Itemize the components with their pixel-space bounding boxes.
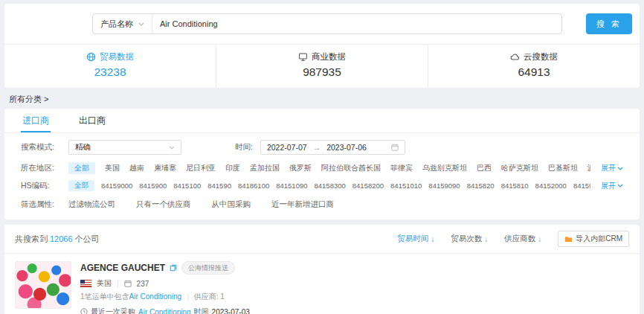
region-chip[interactable]: 乌兹别克斯坦 bbox=[422, 163, 467, 173]
keyword-highlight[interactable]: Air Conditioning bbox=[138, 308, 191, 314]
sort-arrow-icon: ↓ bbox=[538, 235, 541, 243]
supplier-count: 1 bbox=[220, 292, 225, 301]
stat-value: 64913 bbox=[428, 65, 640, 79]
chevron-down-icon bbox=[169, 146, 175, 150]
date-start: 2022-07-07 bbox=[267, 143, 307, 152]
hs-code-chip[interactable]: 84159090 bbox=[428, 182, 460, 190]
import-crm-button[interactable]: 导入内部CRM bbox=[558, 231, 629, 247]
keyword-highlight[interactable]: Air Conditioning bbox=[129, 292, 182, 301]
region-chip[interactable]: 阿拉伯联合酋长国 bbox=[321, 163, 381, 173]
filter-panel: 进口商 出口商 搜索模式: 精确 时间: 2022-07-07 → 2023-0… bbox=[4, 109, 640, 220]
all-categories-link[interactable]: 所有分类 > bbox=[9, 94, 635, 105]
region-filter-row: 所在地区: 全部美国越南柬埔寨尼日利亚印度孟加拉国俄罗斯阿拉伯联合酋长国菲律宾乌… bbox=[4, 159, 640, 177]
attribute-option[interactable]: 过滤物流公司 bbox=[68, 199, 115, 210]
region-expand-link[interactable]: 展开 bbox=[596, 163, 623, 173]
hs-code-chip[interactable]: 全部 bbox=[68, 180, 94, 191]
company-body: AGENCE GAUCHET 公海情报推送 美国 | 237 1笔运单中包含Ai… bbox=[80, 261, 629, 314]
hs-code-chip[interactable]: 84152000 bbox=[535, 182, 567, 190]
chevron-down-icon bbox=[138, 22, 144, 26]
last-purchase-date: 2023-07-03 bbox=[212, 308, 250, 314]
hs-code-chip[interactable]: 841590 bbox=[207, 182, 231, 190]
tab-trade-data[interactable]: 贸易数据 23238 bbox=[4, 45, 216, 88]
records-containing: 1笔运单中包含 bbox=[80, 292, 129, 301]
region-chip[interactable]: 巴基斯坦 bbox=[548, 163, 578, 173]
attribute-options: 过滤物流公司只有一个供应商从中国采购近一年新增进口商 bbox=[68, 199, 334, 210]
region-chip[interactable]: 俄罗斯 bbox=[289, 163, 312, 173]
region-chip[interactable]: 波兰 bbox=[587, 163, 590, 173]
region-chip[interactable]: 孟加拉国 bbox=[250, 163, 280, 173]
company-thumbnail[interactable] bbox=[15, 261, 71, 309]
search-mode-select[interactable]: 精确 bbox=[68, 140, 181, 155]
tab-cloud-search-data[interactable]: 云搜数据 64913 bbox=[428, 45, 640, 88]
hs-code-chip[interactable]: 84158200 bbox=[352, 182, 384, 190]
us-flag-icon bbox=[80, 280, 91, 287]
attribute-option[interactable]: 近一年新增进口商 bbox=[271, 199, 334, 210]
region-chip[interactable]: 全部 bbox=[68, 162, 95, 174]
data-source-tabs: 贸易数据 23238 商业数据 987935 云搜数据 64913 bbox=[4, 44, 640, 88]
folder-icon bbox=[564, 236, 573, 243]
hs-code-chip[interactable]: 8415820 bbox=[467, 182, 495, 190]
company-name[interactable]: AGENCE GAUCHET bbox=[80, 263, 165, 273]
region-label: 所在地区: bbox=[21, 163, 68, 173]
search-mode-value: 精确 bbox=[75, 142, 91, 153]
hs-code-expand-link[interactable]: 展开 bbox=[596, 181, 623, 191]
stat-value: 23238 bbox=[4, 65, 216, 79]
hs-code-chip[interactable]: 8415900009 bbox=[573, 182, 590, 190]
region-chip[interactable]: 越南 bbox=[129, 163, 144, 173]
sort-arrow-icon: ↓ bbox=[484, 235, 488, 243]
importer-exporter-tabs: 进口商 出口商 bbox=[4, 109, 640, 133]
tab-business-data[interactable]: 商业数据 987935 bbox=[216, 45, 428, 88]
sort-trade-time[interactable]: 贸易时间↓ bbox=[397, 234, 434, 244]
stat-label: 贸易数据 bbox=[100, 51, 134, 63]
hs-code-filter-row: HS编码: 全部84159000841590084151008415908418… bbox=[4, 177, 640, 194]
region-options: 全部美国越南柬埔寨尼日利亚印度孟加拉国俄罗斯阿拉伯联合酋长国菲律宾乌兹别克斯坦巴… bbox=[68, 162, 590, 174]
region-chip[interactable]: 柬埔寨 bbox=[154, 163, 176, 173]
region-chip[interactable]: 印度 bbox=[225, 163, 240, 173]
stat-value: 987935 bbox=[216, 65, 428, 79]
hs-code-chip[interactable]: 84158300 bbox=[315, 182, 346, 190]
time-label: 时间: bbox=[235, 142, 253, 153]
hs-code-chip[interactable]: 8415100 bbox=[173, 182, 201, 190]
sort-supplier-count[interactable]: 供应商数↓ bbox=[504, 234, 541, 244]
date-range-picker[interactable]: 2022-07-07 → 2023-07-06 bbox=[260, 140, 405, 155]
attribute-option[interactable]: 只有一个供应商 bbox=[136, 199, 191, 210]
date-separator: → bbox=[313, 143, 321, 152]
supplier-label: 供应商: bbox=[194, 292, 219, 301]
search-category-select[interactable]: 产品名称 bbox=[93, 14, 152, 33]
calendar-icon bbox=[391, 144, 399, 151]
attribute-filter-row: 筛选属性: 过滤物流公司只有一个供应商从中国采购近一年新增进口商 bbox=[4, 194, 640, 216]
copy-icon[interactable] bbox=[170, 264, 177, 272]
tab-exporter[interactable]: 出口商 bbox=[77, 109, 107, 132]
clock-icon bbox=[80, 308, 88, 314]
region-chip[interactable]: 尼日利亚 bbox=[186, 163, 216, 173]
last-purchase-mid: 时间 bbox=[194, 307, 209, 314]
chevron-down-icon bbox=[617, 167, 623, 170]
search-input[interactable] bbox=[152, 19, 561, 28]
region-chip[interactable]: 菲律宾 bbox=[390, 163, 413, 173]
attribute-option[interactable]: 从中国采购 bbox=[212, 199, 251, 210]
tab-importer[interactable]: 进口商 bbox=[21, 109, 51, 132]
hs-code-chip[interactable]: 8415810 bbox=[501, 182, 529, 190]
sort-trade-count[interactable]: 贸易次数↓ bbox=[451, 234, 488, 244]
results-count: 12066 bbox=[50, 234, 73, 243]
company-country: 美国 bbox=[97, 278, 112, 289]
globe-icon bbox=[86, 52, 96, 62]
results-panel: 共搜索到12066个公司 贸易时间↓ 贸易次数↓ 供应商数↓ 导入内部CRM bbox=[4, 225, 640, 314]
lead-badge: 公海情报推送 bbox=[181, 261, 235, 275]
hs-code-chip[interactable]: 84159000 bbox=[101, 182, 132, 190]
region-chip[interactable]: 巴西 bbox=[477, 163, 492, 173]
search-row: 产品名称 搜 索 bbox=[4, 13, 640, 34]
hs-code-chip[interactable]: 84151010 bbox=[390, 182, 422, 190]
search-button[interactable]: 搜 索 bbox=[586, 13, 632, 34]
calendar-icon bbox=[124, 280, 132, 287]
record-count: 237 bbox=[137, 280, 149, 288]
region-chip[interactable]: 哈萨克斯坦 bbox=[501, 163, 538, 173]
hs-code-chip[interactable]: 84186100 bbox=[238, 182, 269, 190]
hs-code-label: HS编码: bbox=[21, 181, 68, 191]
search-panel: 产品名称 搜 索 贸易数据 23238 商业数据 bbox=[4, 4, 640, 88]
region-chip[interactable]: 美国 bbox=[105, 163, 120, 173]
hs-code-options: 全部84159000841590084151008415908418610084… bbox=[68, 180, 590, 191]
sort-bar: 贸易时间↓ 贸易次数↓ 供应商数↓ 导入内部CRM bbox=[397, 231, 629, 247]
hs-code-chip[interactable]: 84151090 bbox=[276, 182, 307, 190]
hs-code-chip[interactable]: 8415900 bbox=[139, 182, 167, 190]
